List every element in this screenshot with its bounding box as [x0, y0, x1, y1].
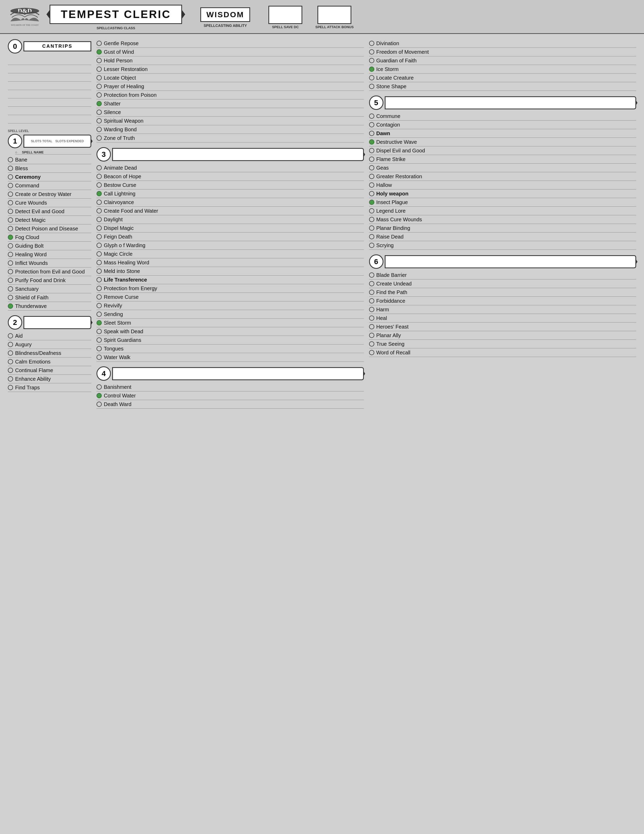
- spell-prepared-circle[interactable]: [369, 84, 374, 89]
- spell-prepared-circle[interactable]: [369, 183, 374, 187]
- spell-prepared-circle[interactable]: [369, 341, 374, 346]
- spell-prepared-circle[interactable]: [97, 277, 102, 282]
- spell-prepared-circle[interactable]: [369, 75, 374, 80]
- spell-prepared-circle[interactable]: [97, 136, 102, 141]
- spell-prepared-circle[interactable]: [97, 234, 102, 239]
- spell-prepared-circle[interactable]: [369, 139, 374, 145]
- spell-prepared-circle[interactable]: [369, 243, 374, 248]
- spell-prepared-circle[interactable]: [369, 307, 374, 312]
- spell-prepared-circle[interactable]: [97, 165, 102, 170]
- spell-prepared-circle[interactable]: [8, 226, 13, 231]
- spell-prepared-circle[interactable]: [8, 260, 13, 266]
- spell-prepared-circle[interactable]: [8, 234, 13, 240]
- spell-prepared-circle[interactable]: [97, 268, 102, 274]
- spell-prepared-circle[interactable]: [369, 290, 374, 295]
- spell-prepared-circle[interactable]: [8, 209, 13, 214]
- spell-prepared-circle[interactable]: [97, 200, 102, 205]
- cantrip-line-7[interactable]: [8, 107, 91, 115]
- spell-prepared-circle[interactable]: [369, 66, 374, 72]
- spell-prepared-circle[interactable]: [8, 304, 13, 309]
- spell-prepared-circle[interactable]: [97, 393, 102, 398]
- spell-prepared-circle[interactable]: [369, 41, 374, 46]
- spell-prepared-circle[interactable]: [8, 359, 13, 364]
- spell-prepared-circle[interactable]: [97, 346, 102, 351]
- spell-prepared-circle[interactable]: [8, 295, 13, 300]
- spell-prepared-circle[interactable]: [97, 92, 102, 98]
- spell-prepared-circle[interactable]: [97, 75, 102, 80]
- spell-prepared-circle[interactable]: [8, 278, 13, 283]
- spell-prepared-circle[interactable]: [8, 368, 13, 373]
- spell-prepared-circle[interactable]: [97, 338, 102, 343]
- spell-prepared-circle[interactable]: [369, 157, 374, 162]
- spell-prepared-circle[interactable]: [369, 225, 374, 231]
- spell-prepared-circle[interactable]: [369, 200, 374, 205]
- spell-prepared-circle[interactable]: [97, 174, 102, 179]
- spell-prepared-circle[interactable]: [8, 243, 13, 249]
- spell-prepared-circle[interactable]: [97, 84, 102, 89]
- spell-prepared-circle[interactable]: [97, 312, 102, 317]
- spell-prepared-circle[interactable]: [8, 217, 13, 223]
- spell-prepared-circle[interactable]: [369, 324, 374, 329]
- spell-prepared-circle[interactable]: [97, 355, 102, 360]
- spell-prepared-circle[interactable]: [8, 183, 13, 188]
- cantrip-line-4[interactable]: [8, 82, 91, 90]
- spell-prepared-circle[interactable]: [97, 118, 102, 123]
- spell-prepared-circle[interactable]: [369, 113, 374, 119]
- spell-prepared-circle[interactable]: [97, 66, 102, 72]
- spell-prepared-circle[interactable]: [97, 183, 102, 187]
- spell-prepared-circle[interactable]: [8, 192, 13, 197]
- spell-prepared-circle[interactable]: [97, 286, 102, 291]
- spell-prepared-circle[interactable]: [369, 174, 374, 179]
- spell-prepared-circle[interactable]: [369, 281, 374, 286]
- spell-prepared-circle[interactable]: [369, 208, 374, 213]
- cantrip-line-8[interactable]: [8, 115, 91, 123]
- spell-prepared-circle[interactable]: [97, 243, 102, 248]
- cantrip-line-6[interactable]: [8, 99, 91, 107]
- spell-prepared-circle[interactable]: [97, 217, 102, 222]
- spell-prepared-circle[interactable]: [369, 58, 374, 63]
- spell-prepared-circle[interactable]: [8, 376, 13, 381]
- spell-prepared-circle[interactable]: [8, 252, 13, 257]
- cantrip-line-3[interactable]: [8, 73, 91, 82]
- spell-prepared-circle[interactable]: [8, 351, 13, 356]
- spell-prepared-circle[interactable]: [369, 122, 374, 127]
- spell-prepared-circle[interactable]: [97, 191, 102, 196]
- spell-prepared-circle[interactable]: [8, 166, 13, 171]
- spell-prepared-circle[interactable]: [97, 225, 102, 231]
- spell-prepared-circle[interactable]: [8, 286, 13, 291]
- spell-prepared-circle[interactable]: [369, 333, 374, 338]
- cantrip-line-2[interactable]: [8, 65, 91, 73]
- spell-prepared-circle[interactable]: [97, 251, 102, 257]
- spell-prepared-circle[interactable]: [369, 217, 374, 222]
- spell-prepared-circle[interactable]: [369, 272, 374, 278]
- spell-prepared-circle[interactable]: [97, 208, 102, 213]
- spell-prepared-circle[interactable]: [97, 127, 102, 132]
- spell-prepared-circle[interactable]: [97, 41, 102, 46]
- spell-prepared-circle[interactable]: [8, 269, 13, 274]
- spell-prepared-circle[interactable]: [8, 333, 13, 338]
- spell-prepared-circle[interactable]: [369, 148, 374, 153]
- spell-prepared-circle[interactable]: [97, 260, 102, 265]
- spell-prepared-circle[interactable]: [97, 329, 102, 334]
- spell-prepared-circle[interactable]: [369, 298, 374, 304]
- spell-prepared-circle[interactable]: [97, 101, 102, 106]
- spell-prepared-circle[interactable]: [8, 385, 13, 390]
- spell-prepared-circle[interactable]: [97, 110, 102, 115]
- spell-prepared-circle[interactable]: [8, 157, 13, 162]
- cantrip-line-5[interactable]: [8, 90, 91, 99]
- spell-prepared-circle[interactable]: [97, 49, 102, 55]
- spell-prepared-circle[interactable]: [369, 315, 374, 321]
- spell-save-dc-input[interactable]: [268, 6, 302, 24]
- spell-prepared-circle[interactable]: [97, 303, 102, 308]
- spell-prepared-circle[interactable]: [97, 320, 102, 325]
- spell-prepared-circle[interactable]: [369, 191, 374, 196]
- spell-prepared-circle[interactable]: [97, 385, 102, 390]
- spell-prepared-circle[interactable]: [369, 234, 374, 239]
- spell-prepared-circle[interactable]: [369, 165, 374, 170]
- spell-prepared-circle[interactable]: [8, 342, 13, 347]
- spell-prepared-circle[interactable]: [97, 402, 102, 407]
- spell-attack-bonus-input[interactable]: [318, 6, 351, 24]
- spell-prepared-circle[interactable]: [369, 350, 374, 355]
- spell-prepared-circle[interactable]: [369, 49, 374, 55]
- spell-prepared-circle[interactable]: [8, 200, 13, 205]
